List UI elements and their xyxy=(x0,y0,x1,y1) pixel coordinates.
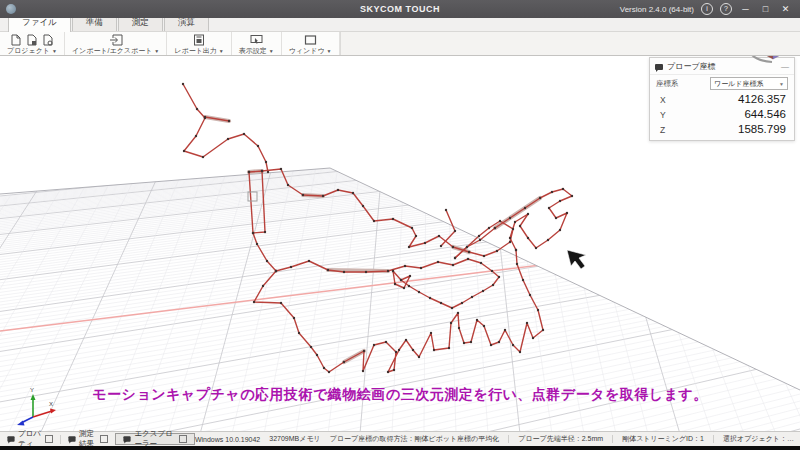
report-output-icon[interactable] xyxy=(193,34,205,46)
measurement-vertex[interactable] xyxy=(266,260,268,262)
measurement-polyline[interactable] xyxy=(183,84,268,172)
measurement-vertex[interactable] xyxy=(262,285,264,287)
toolbar-group-import-export[interactable]: インポート/エクスポート▼ xyxy=(65,32,167,55)
toolbar-group-window[interactable]: ウィンドウ▼ xyxy=(282,32,340,55)
measurement-vertex[interactable] xyxy=(327,269,329,271)
measurement-vertex[interactable] xyxy=(424,242,426,244)
measurement-vertex[interactable] xyxy=(202,156,204,158)
measurement-vertex[interactable] xyxy=(227,138,229,140)
measurement-vertex[interactable] xyxy=(256,243,258,245)
measurement-vertex[interactable] xyxy=(195,135,197,137)
measurement-vertex[interactable] xyxy=(498,341,500,343)
measurement-vertex[interactable] xyxy=(437,261,439,263)
measurement-vertex[interactable] xyxy=(343,361,345,363)
measurement-vertex[interactable] xyxy=(408,285,410,287)
measurement-polyline[interactable] xyxy=(455,189,572,258)
save-project-icon[interactable] xyxy=(26,34,38,46)
measurement-vertex[interactable] xyxy=(196,108,198,110)
measurement-vertex[interactable] xyxy=(323,367,325,369)
measurement-vertex[interactable] xyxy=(479,239,481,241)
measurement-vertex[interactable] xyxy=(512,344,514,346)
measurement-vertex[interactable] xyxy=(440,245,442,247)
measurement-vertex[interactable] xyxy=(302,194,304,196)
measurement-vertex[interactable] xyxy=(461,302,463,304)
measurement-vertex[interactable] xyxy=(280,168,282,170)
measurement-vertex[interactable] xyxy=(403,287,405,289)
help-icon[interactable]: ? xyxy=(720,3,732,15)
measurement-vertex[interactable] xyxy=(440,302,442,304)
measurement-vertex[interactable] xyxy=(418,356,420,358)
close-button[interactable]: ✕ xyxy=(779,4,792,14)
measurement-vertex[interactable] xyxy=(430,332,432,334)
measurement-vertex[interactable] xyxy=(535,247,537,249)
measurement-vertex[interactable] xyxy=(491,270,493,272)
measurement-vertex[interactable] xyxy=(519,351,521,353)
new-project-icon[interactable] xyxy=(10,34,22,46)
measurement-vertex[interactable] xyxy=(454,230,456,232)
measurement-vertex[interactable] xyxy=(514,221,516,223)
measurement-vertex[interactable] xyxy=(420,267,422,269)
measurement-polyline[interactable] xyxy=(441,210,455,246)
measurement-vertex[interactable] xyxy=(316,354,318,356)
measurement-vertex[interactable] xyxy=(519,225,521,227)
measurement-vertex[interactable] xyxy=(257,145,259,147)
measurement-vertex[interactable] xyxy=(298,332,300,334)
measurement-vertex[interactable] xyxy=(328,371,330,373)
measurement-vertex[interactable] xyxy=(405,339,407,341)
measurement-vertex[interactable] xyxy=(499,220,501,222)
measurement-vertex[interactable] xyxy=(343,271,345,273)
measurement-vertex[interactable] xyxy=(253,301,255,303)
measurement-vertex[interactable] xyxy=(483,255,485,257)
measurement-vertex[interactable] xyxy=(494,227,496,229)
measurement-vertex[interactable] xyxy=(228,120,230,122)
measurement-vertex[interactable] xyxy=(562,188,564,190)
measurement-vertex[interactable] xyxy=(450,322,452,324)
measurement-vertex[interactable] xyxy=(265,161,267,163)
measurement-vertex[interactable] xyxy=(352,192,354,194)
measurement-vertex[interactable] xyxy=(466,246,468,248)
measurement-vertex[interactable] xyxy=(248,171,250,173)
measurement-vertex[interactable] xyxy=(555,217,557,219)
measurement-vertex[interactable] xyxy=(452,264,454,266)
measurement-vertex[interactable] xyxy=(395,351,397,353)
measurement-vertex[interactable] xyxy=(542,329,544,331)
measurement-vertex[interactable] xyxy=(527,213,529,215)
measurement-vertex[interactable] xyxy=(264,231,266,233)
measurement-vertex[interactable] xyxy=(290,266,292,268)
measurement-vertex[interactable] xyxy=(182,83,184,85)
measurement-vertex[interactable] xyxy=(408,246,410,248)
measurement-vertex[interactable] xyxy=(490,344,492,346)
measurement-vertex[interactable] xyxy=(452,246,454,248)
measurement-vertex[interactable] xyxy=(404,265,406,267)
measurement-vertex[interactable] xyxy=(387,270,389,272)
measurement-vertex[interactable] xyxy=(467,258,469,260)
measurement-vertex[interactable] xyxy=(308,260,310,262)
measurement-vertex[interactable] xyxy=(411,227,413,229)
measurement-vertex[interactable] xyxy=(509,241,511,243)
measurement-vertex[interactable] xyxy=(504,329,506,331)
coord-system-select[interactable]: ワールド座標系 ▼ xyxy=(710,77,788,90)
measurement-vertex[interactable] xyxy=(429,297,431,299)
maximize-button[interactable]: □ xyxy=(759,4,772,14)
measurement-vertex[interactable] xyxy=(498,276,500,278)
display-settings-icon[interactable] xyxy=(250,34,263,46)
measurement-vertex[interactable] xyxy=(480,262,482,264)
measurement-vertex[interactable] xyxy=(537,309,539,311)
toolbar-group-project[interactable]: プロジェクト▼ xyxy=(0,32,65,55)
measurement-vertex[interactable] xyxy=(267,171,269,173)
info-icon[interactable]: i xyxy=(701,3,713,15)
measurement-vertex[interactable] xyxy=(393,369,395,371)
measurement-vertex[interactable] xyxy=(532,337,534,339)
measurement-vertex[interactable] xyxy=(445,209,447,211)
undock-icon[interactable] xyxy=(45,435,53,443)
measurement-vertex[interactable] xyxy=(412,349,414,351)
measurement-vertex[interactable] xyxy=(438,235,440,237)
measurement-vertex[interactable] xyxy=(392,270,394,272)
measurement-vertex[interactable] xyxy=(470,341,472,343)
measurement-vertex[interactable] xyxy=(387,371,389,373)
measurement-vertex[interactable] xyxy=(400,279,402,281)
measurement-vertex[interactable] xyxy=(539,197,541,199)
measurement-vertex[interactable] xyxy=(512,228,514,230)
bottom-tab-explorer[interactable]: エクスプローラー xyxy=(115,433,194,445)
measurement-vertex[interactable] xyxy=(275,270,277,272)
